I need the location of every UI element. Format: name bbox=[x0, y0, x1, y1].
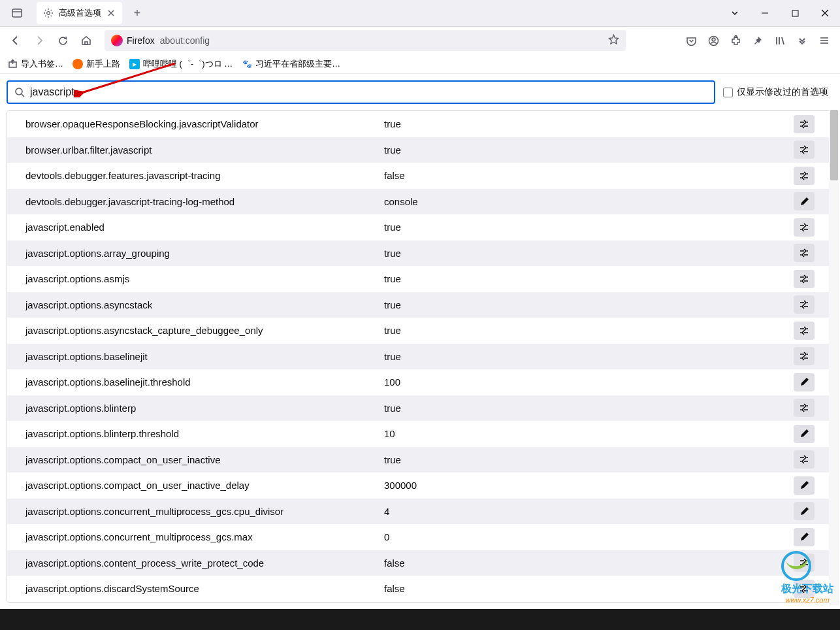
bookmark-getting-started[interactable]: 新手上路 bbox=[73, 58, 120, 70]
toggle-button[interactable] bbox=[794, 167, 815, 185]
identity-label: Firefox bbox=[127, 35, 155, 46]
config-search-input[interactable] bbox=[30, 86, 707, 98]
pref-row[interactable]: javascript.options.compact_on_user_inact… bbox=[7, 472, 833, 499]
edit-button[interactable] bbox=[794, 192, 815, 210]
pref-row[interactable]: javascript.options.compact_on_user_inact… bbox=[7, 447, 833, 473]
toggle-button[interactable] bbox=[794, 141, 815, 159]
pref-row[interactable]: javascript.options.discardSystemSourcefa… bbox=[7, 576, 833, 602]
pref-value: true bbox=[384, 248, 794, 259]
forward-button[interactable] bbox=[29, 30, 50, 51]
svg-rect-9 bbox=[85, 42, 88, 44]
bookmark-bilibili[interactable]: ▸ 哔哩哔哩 (゜-゜)つロ … bbox=[129, 58, 233, 70]
svg-point-13 bbox=[735, 35, 737, 37]
pref-value: console bbox=[384, 196, 794, 207]
toggle-button[interactable] bbox=[794, 295, 815, 314]
pref-row[interactable]: browser.opaqueResponseBlocking.javascrip… bbox=[7, 111, 833, 137]
minimize-button[interactable] bbox=[750, 0, 780, 26]
pref-name: javascript.options.baselinejit bbox=[25, 351, 384, 362]
svg-point-2 bbox=[47, 12, 50, 15]
pref-row[interactable]: javascript.options.content_process_write… bbox=[7, 550, 833, 576]
maximize-button[interactable] bbox=[780, 0, 810, 26]
back-button[interactable] bbox=[5, 30, 26, 51]
toggle-button[interactable] bbox=[794, 322, 815, 340]
edit-button[interactable] bbox=[794, 425, 815, 443]
identity-box[interactable]: Firefox bbox=[111, 35, 155, 46]
pref-row[interactable]: javascript.options.concurrent_multiproce… bbox=[7, 524, 833, 550]
toggle-button[interactable] bbox=[794, 270, 815, 288]
pref-name: javascript.options.discardSystemSource bbox=[25, 583, 384, 594]
pref-row[interactable]: javascript.options.concurrent_multiproce… bbox=[7, 499, 833, 525]
pref-name: devtools.debugger.features.javascript-tr… bbox=[25, 170, 384, 181]
pref-value: true bbox=[384, 273, 794, 284]
scrollbar-thumb[interactable] bbox=[830, 110, 838, 180]
bookmarks-toolbar: 导入书签… 新手上路 ▸ 哔哩哔哩 (゜-゜)つロ … 🐾 习近平在省部级主要… bbox=[0, 54, 840, 74]
pref-name: javascript.options.concurrent_multiproce… bbox=[25, 506, 384, 517]
modified-only-filter[interactable]: 仅显示修改过的首选项 bbox=[723, 86, 833, 98]
pref-row[interactable]: javascript.enabledtrue bbox=[7, 214, 833, 240]
gear-icon bbox=[43, 8, 54, 18]
url-bar[interactable]: Firefox about:config bbox=[105, 30, 626, 51]
pref-name: javascript.options.content_process_write… bbox=[25, 557, 384, 569]
pref-row[interactable]: javascript.options.array_groupingtrue bbox=[7, 240, 833, 267]
account-button[interactable] bbox=[703, 30, 724, 51]
close-window-button[interactable] bbox=[810, 0, 840, 26]
pocket-button[interactable] bbox=[681, 30, 702, 51]
home-button[interactable] bbox=[76, 30, 97, 51]
pref-value: 300000 bbox=[384, 480, 794, 491]
windows-taskbar[interactable] bbox=[0, 609, 840, 630]
bookmark-baidu[interactable]: 🐾 习近平在省部级主要… bbox=[242, 58, 340, 70]
svg-rect-6 bbox=[792, 10, 798, 16]
toggle-button[interactable] bbox=[794, 450, 815, 469]
pref-value: true bbox=[384, 454, 794, 465]
config-search-box[interactable] bbox=[7, 80, 715, 104]
toggle-button[interactable] bbox=[794, 347, 815, 365]
toggle-button[interactable] bbox=[794, 218, 815, 237]
pref-value: true bbox=[384, 403, 794, 414]
edit-button[interactable] bbox=[794, 476, 815, 495]
overflow-button[interactable] bbox=[792, 30, 813, 51]
bookmark-star-icon[interactable] bbox=[608, 34, 619, 48]
pref-name: javascript.options.compact_on_user_inact… bbox=[25, 454, 384, 465]
toggle-button[interactable] bbox=[794, 399, 815, 417]
pref-value: 10 bbox=[384, 428, 794, 439]
edit-button[interactable] bbox=[794, 373, 815, 391]
bookmark-import[interactable]: 导入书签… bbox=[8, 58, 63, 70]
pin-button[interactable] bbox=[747, 30, 768, 51]
pref-name: javascript.options.concurrent_multiproce… bbox=[25, 531, 384, 542]
edit-button[interactable] bbox=[794, 502, 815, 520]
edit-button[interactable] bbox=[794, 528, 815, 546]
list-all-tabs-button[interactable] bbox=[720, 0, 750, 26]
pref-value: true bbox=[384, 118, 794, 129]
extensions-button[interactable] bbox=[725, 30, 746, 51]
pref-name: browser.opaqueResponseBlocking.javascrip… bbox=[25, 118, 384, 129]
pref-row[interactable]: javascript.options.baselinejittrue bbox=[7, 344, 833, 370]
pref-row[interactable]: browser.urlbar.filter.javascripttrue bbox=[7, 137, 833, 163]
app-menu-button[interactable] bbox=[814, 30, 835, 51]
vertical-scrollbar[interactable] bbox=[829, 110, 839, 605]
close-icon[interactable] bbox=[106, 8, 116, 18]
toggle-button[interactable] bbox=[794, 580, 815, 598]
pref-row[interactable]: javascript.options.asyncstacktrue bbox=[7, 292, 833, 318]
recent-tabs-button[interactable] bbox=[5, 3, 29, 24]
pref-row[interactable]: javascript.options.blinterptrue bbox=[7, 395, 833, 422]
pref-row[interactable]: javascript.options.baselinejit.threshold… bbox=[7, 369, 833, 395]
reload-button[interactable] bbox=[52, 30, 73, 51]
pref-row[interactable]: devtools.debugger.javascript-tracing-log… bbox=[7, 189, 833, 215]
import-icon bbox=[8, 59, 18, 69]
pref-value: 100 bbox=[384, 376, 794, 388]
pref-name: javascript.options.compact_on_user_inact… bbox=[25, 480, 384, 491]
pref-value: false bbox=[384, 557, 794, 569]
preferences-table: browser.opaqueResponseBlocking.javascrip… bbox=[7, 110, 833, 603]
modified-only-checkbox[interactable] bbox=[723, 88, 733, 97]
pref-row[interactable]: javascript.options.blinterp.threshold10 bbox=[7, 421, 833, 447]
pref-row[interactable]: devtools.debugger.features.javascript-tr… bbox=[7, 163, 833, 189]
toggle-button[interactable] bbox=[794, 115, 815, 133]
tab-active[interactable]: 高级首选项 bbox=[37, 2, 122, 24]
library-button[interactable] bbox=[769, 30, 790, 51]
pref-row[interactable]: javascript.options.asyncstack_capture_de… bbox=[7, 318, 833, 344]
pref-name: javascript.options.blinterp bbox=[25, 403, 384, 414]
toggle-button[interactable] bbox=[794, 554, 815, 572]
new-tab-button[interactable]: + bbox=[127, 3, 147, 23]
toggle-button[interactable] bbox=[794, 244, 815, 262]
pref-row[interactable]: javascript.options.asmjstrue bbox=[7, 266, 833, 292]
